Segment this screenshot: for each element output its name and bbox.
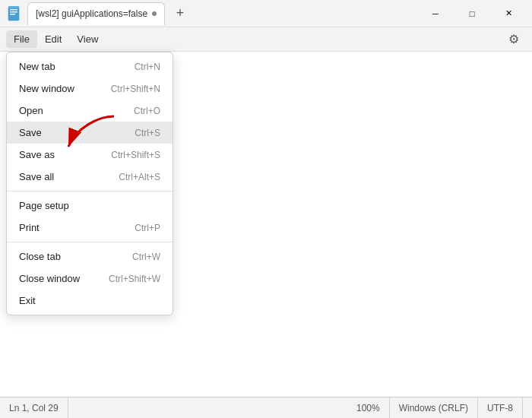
tab-bar: [wsl2] guiApplications=false + — [27, 2, 418, 25]
svg-rect-2 — [10, 11, 17, 13]
menu-item-save-all-shortcut: Ctrl+Alt+S — [119, 172, 160, 182]
menu-item-new-window-shortcut: Ctrl+Shift+N — [111, 84, 160, 94]
menu-item-close-window-label: Close window — [19, 273, 80, 284]
menu-item-exit[interactable]: Exit — [7, 290, 173, 312]
active-tab[interactable]: [wsl2] guiApplications=false — [27, 2, 165, 25]
menu-item-close-tab-label: Close tab — [19, 251, 61, 262]
menu-item-page-setup-label: Page setup — [19, 200, 69, 211]
menu-item-exit-label: Exit — [19, 295, 36, 306]
status-bar: Ln 1, Col 29 100% Windows (CRLF) UTF-8 — [0, 397, 532, 418]
menu-item-new-tab[interactable]: New tab Ctrl+N — [7, 55, 173, 78]
app-icon — [6, 6, 21, 21]
menu-item-save-all-label: Save all — [19, 171, 54, 182]
menu-item-close-tab-shortcut: Ctrl+W — [132, 252, 160, 262]
menu-item-open-label: Open — [19, 105, 43, 116]
menu-item-save-shortcut: Ctrl+S — [135, 128, 160, 138]
status-zoom: 100% — [347, 397, 390, 418]
new-tab-button[interactable]: + — [169, 3, 191, 24]
menu-item-open[interactable]: Open Ctrl+O — [7, 100, 173, 122]
divider-2 — [7, 242, 173, 242]
menu-item-save-as[interactable]: Save as Ctrl+Shift+S — [7, 144, 173, 166]
minimize-button[interactable]: ─ — [418, 2, 453, 26]
menu-item-print-shortcut: Ctrl+P — [135, 223, 160, 233]
title-bar: [wsl2] guiApplications=false + ─ □ ✕ — [0, 0, 532, 27]
svg-rect-4 — [8, 6, 19, 8]
svg-rect-1 — [10, 9, 17, 11]
menu-bar: File Edit View ⚙ — [0, 27, 532, 52]
menu-item-close-window-shortcut: Ctrl+Shift+W — [109, 274, 160, 284]
content-area: New tab Ctrl+N New window Ctrl+Shift+N O… — [0, 52, 532, 397]
tab-title: [wsl2] guiApplications=false — [36, 8, 147, 19]
menu-item-open-shortcut: Ctrl+O — [134, 106, 160, 116]
menu-item-new-tab-shortcut: Ctrl+N — [135, 62, 160, 72]
menu-item-new-window[interactable]: New window Ctrl+Shift+N — [7, 78, 173, 100]
menu-item-save-all[interactable]: Save all Ctrl+Alt+S — [7, 166, 173, 188]
menu-view[interactable]: View — [69, 30, 106, 48]
status-encoding: UTF-8 — [478, 397, 523, 418]
maximize-button[interactable]: □ — [454, 2, 489, 26]
menu-item-close-tab[interactable]: Close tab Ctrl+W — [7, 245, 173, 268]
file-dropdown-menu: New tab Ctrl+N New window Ctrl+Shift+N O… — [6, 52, 173, 315]
menu-item-new-tab-label: New tab — [19, 61, 55, 72]
menu-item-print-label: Print — [19, 222, 40, 233]
status-line-ending: Windows (CRLF) — [390, 397, 478, 418]
menu-item-save-as-shortcut: Ctrl+Shift+S — [111, 150, 160, 160]
status-position: Ln 1, Col 29 — [9, 397, 68, 418]
menu-item-save-label: Save — [19, 127, 42, 138]
settings-icon[interactable]: ⚙ — [502, 29, 526, 50]
tab-modified-dot — [152, 11, 157, 16]
menu-item-print[interactable]: Print Ctrl+P — [7, 217, 173, 239]
close-button[interactable]: ✕ — [491, 2, 526, 26]
menu-file[interactable]: File — [6, 30, 37, 48]
divider-1 — [7, 191, 173, 192]
menu-edit[interactable]: Edit — [37, 30, 69, 48]
menu-item-save-as-label: Save as — [19, 149, 55, 160]
menu-item-close-window[interactable]: Close window Ctrl+Shift+W — [7, 268, 173, 290]
menu-item-save[interactable]: Save Ctrl+S — [7, 122, 173, 144]
window-controls: ─ □ ✕ — [418, 2, 526, 26]
svg-rect-3 — [10, 14, 15, 15]
menu-item-new-window-label: New window — [19, 83, 74, 94]
menu-item-page-setup[interactable]: Page setup — [7, 195, 173, 217]
